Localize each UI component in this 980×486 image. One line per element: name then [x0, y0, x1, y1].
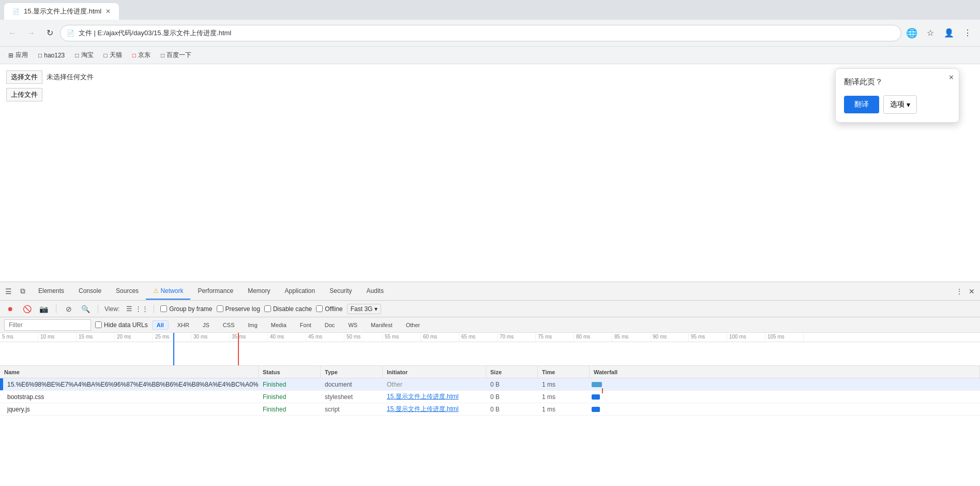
choose-file-button[interactable]: 选择文件 [6, 70, 42, 84]
record-button[interactable]: ⏺ [4, 303, 17, 315]
filter-manifest[interactable]: Manifest [366, 320, 397, 330]
devtools-more-button[interactable]: ⋮ [953, 285, 966, 298]
tab-close-icon[interactable]: ✕ [105, 8, 111, 15]
tick-70ms: 70 ms [497, 333, 536, 342]
row-name-1: 15.%E6%98%BE%E7%A4%BA%E6%96%87%E4%BB%B6%… [3, 381, 259, 388]
bookmark-baidu[interactable]: □ 百度一下 [157, 49, 195, 62]
popup-close-button[interactable]: × [949, 73, 954, 82]
filter-icon[interactable]: ⊘ [63, 303, 75, 315]
options-button[interactable]: 选项 ▾ [883, 95, 917, 114]
list-view-button[interactable]: ☰ [124, 303, 135, 315]
waterfall-red-1 [602, 388, 603, 393]
tab-network[interactable]: ⚠ Network [146, 283, 190, 300]
tick-55ms: 55 ms [383, 333, 421, 342]
search-icon[interactable]: 🔍 [79, 303, 92, 315]
capture-screenshot-icon[interactable]: 📷 [37, 303, 50, 315]
filter-doc[interactable]: Doc [320, 320, 340, 330]
tab-application[interactable]: Application [277, 283, 322, 300]
tab-sources[interactable]: Sources [109, 283, 146, 300]
row-initiator-1: Other [383, 381, 486, 388]
filter-other[interactable]: Other [401, 320, 425, 330]
menu-icon[interactable]: ⋮ [959, 25, 976, 41]
translate-icon[interactable]: 🌐 [903, 25, 920, 41]
table-row[interactable]: jquery.js Finished script 15.显示文件上传进度.ht… [0, 403, 980, 416]
tab-performance[interactable]: Performance [190, 283, 240, 300]
col-header-type[interactable]: Type [321, 366, 383, 378]
hide-data-urls-checkbox[interactable] [95, 321, 102, 328]
col-header-status[interactable]: Status [259, 366, 321, 378]
tab-security[interactable]: Security [322, 283, 359, 300]
offline-label: Offline [325, 305, 342, 313]
baidu-icon: □ [161, 52, 164, 59]
filter-all[interactable]: All [152, 320, 169, 330]
reload-button[interactable]: ↻ [41, 25, 58, 41]
bookmark-hao123[interactable]: □ hao123 [34, 50, 69, 61]
bookmark-taobao[interactable]: □ 淘宝 [71, 49, 97, 62]
col-header-time[interactable]: Time [538, 366, 590, 378]
row-size-2: 0 B [486, 393, 538, 401]
devtools-close-button[interactable]: ✕ [966, 285, 978, 298]
group-by-frame-checkbox[interactable] [160, 305, 167, 312]
offline-checkbox[interactable] [316, 305, 323, 312]
upload-button[interactable]: 上传文件 [6, 88, 42, 101]
filter-font[interactable]: Font [295, 320, 316, 330]
address-bar[interactable]: 📄 文件 | E:/ajax代码/day03/15.显示文件上传进度.html [60, 25, 901, 41]
filter-ws[interactable]: WS [343, 320, 362, 330]
col-header-waterfall[interactable]: Waterfall [590, 366, 980, 378]
clear-button[interactable]: 🚫 [21, 303, 33, 315]
tab-memory[interactable]: Memory [240, 283, 277, 300]
row-initiator-3[interactable]: 15.显示文件上传进度.html [383, 405, 486, 414]
row-size-1: 0 B [486, 381, 538, 388]
row-time-2: 1 ms [538, 393, 590, 401]
tab-elements[interactable]: Elements [31, 283, 71, 300]
tick-60ms: 60 ms [421, 333, 459, 342]
profile-icon[interactable]: 👤 [941, 25, 957, 41]
col-header-size[interactable]: Size [486, 366, 538, 378]
undock-icon[interactable]: ⧉ [17, 285, 29, 298]
filter-xhr[interactable]: XHR [173, 320, 194, 330]
filter-media[interactable]: Media [266, 320, 291, 330]
preserve-log-checkbox-label[interactable]: Preserve log [217, 305, 260, 313]
filter-input[interactable] [4, 319, 91, 331]
tab-console[interactable]: Console [71, 283, 109, 300]
filter-img[interactable]: Img [243, 320, 262, 330]
active-tab[interactable]: 📄 15.显示文件上传进度.html ✕ [4, 3, 119, 20]
row-size-3: 0 B [486, 406, 538, 413]
tmall-label: 天猫 [110, 51, 122, 60]
col-header-initiator[interactable]: Initiator [383, 366, 486, 378]
tick-35ms: 35 ms [230, 333, 268, 342]
tab-audits[interactable]: Audits [359, 283, 391, 300]
forward-button[interactable]: → [23, 25, 39, 41]
translate-button[interactable]: 翻译 [844, 96, 879, 113]
bookmark-apps[interactable]: ⊞ 应用 [4, 49, 32, 62]
bookmark-icon[interactable]: ☆ [922, 25, 939, 41]
disable-cache-checkbox[interactable] [264, 305, 271, 312]
filter-js[interactable]: JS [198, 320, 214, 330]
table-row[interactable]: 15.%E6%98%BE%E7%A4%BA%E6%96%87%E4%BB%B6%… [0, 378, 980, 391]
tab-bar: 📄 15.显示文件上传进度.html ✕ [0, 0, 980, 20]
fast3g-dropdown[interactable]: Fast 3G ▾ [347, 304, 382, 314]
table-row[interactable]: bootstrap.css Finished stylesheet 15.显示文… [0, 391, 980, 403]
disable-cache-checkbox-label[interactable]: Disable cache [264, 305, 312, 313]
dock-icon[interactable]: ☰ [2, 285, 14, 298]
row-initiator-2[interactable]: 15.显示文件上传进度.html [383, 392, 486, 401]
timeline-section: 5 ms 10 ms 15 ms 20 ms 25 ms 30 ms 35 ms… [0, 333, 980, 366]
row-type-2: stylesheet [321, 393, 383, 401]
tick-95ms: 95 ms [689, 333, 727, 342]
large-view-button[interactable]: ⋮⋮ [136, 303, 147, 315]
bookmark-jd[interactable]: □ 京东 [128, 49, 155, 62]
bookmark-tmall[interactable]: □ 天猫 [100, 49, 126, 62]
address-text: 文件 | E:/ajax代码/day03/15.显示文件上传进度.html [79, 28, 231, 38]
preserve-log-checkbox[interactable] [217, 305, 223, 312]
options-label: 选项 [890, 100, 904, 109]
tab-icon: 📄 [12, 8, 20, 15]
offline-checkbox-label[interactable]: Offline [316, 305, 342, 313]
waterfall-bar-1 [592, 382, 602, 387]
hide-data-urls-label[interactable]: Hide data URLs [95, 321, 148, 329]
fast3g-label: Fast 3G [351, 305, 373, 313]
col-header-name[interactable]: Name [0, 366, 259, 378]
filter-css[interactable]: CSS [218, 320, 239, 330]
page-content: 选择文件 未选择任何文件 上传文件 × 翻译此页？ 翻译 选项 ▾ [0, 64, 980, 282]
group-by-frame-checkbox-label[interactable]: Group by frame [160, 305, 212, 313]
back-button[interactable]: ← [4, 25, 21, 41]
